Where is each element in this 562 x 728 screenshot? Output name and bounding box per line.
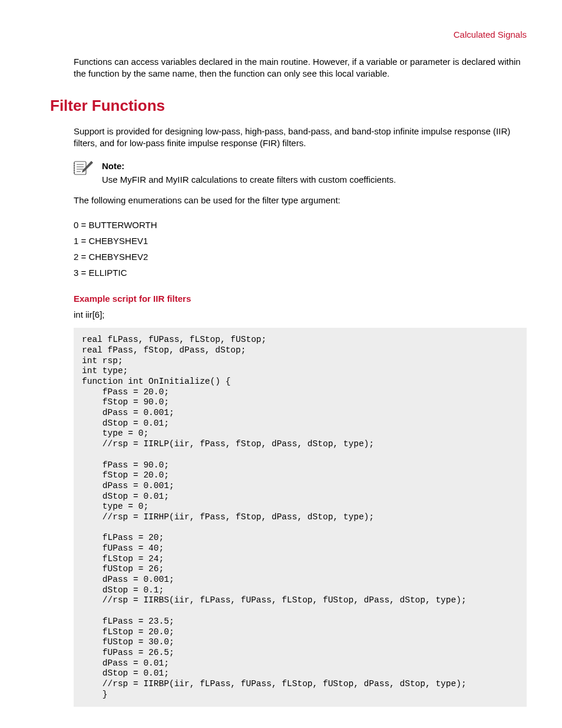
note-block: Note: Use MyFIR and MyIIR calculations t…	[74, 160, 527, 186]
enum-list: 0 = BUTTERWORTH 1 = CHEBYSHEV1 2 = CHEBY…	[74, 217, 527, 281]
page: Calculated Signals Functions can access …	[0, 0, 562, 728]
enum-intro: The following enumerations can be used f…	[74, 195, 527, 206]
intro-paragraph: Functions can access variables declared …	[74, 56, 527, 80]
note-body: Note: Use MyFIR and MyIIR calculations t…	[102, 160, 396, 186]
enum-item: 0 = BUTTERWORTH	[74, 217, 527, 233]
example-declaration: int iir[6];	[74, 309, 527, 319]
code-block: real fLPass, fUPass, fLStop, fUStop; rea…	[74, 328, 527, 707]
example-heading: Example script for IIR filters	[74, 294, 527, 304]
svg-point-7	[74, 167, 75, 169]
note-label: Note:	[102, 161, 124, 171]
svg-point-9	[74, 172, 75, 173]
svg-point-5	[74, 163, 75, 164]
enum-item: 3 = ELLIPTIC	[74, 265, 527, 281]
enum-item: 1 = CHEBYSHEV1	[74, 233, 527, 249]
note-text: Use MyFIR and MyIIR calculations to crea…	[102, 174, 396, 185]
breadcrumb: Calculated Signals	[50, 29, 527, 39]
svg-rect-0	[74, 162, 86, 174]
svg-point-8	[74, 170, 75, 171]
enum-item: 2 = CHEBYSHEV2	[74, 249, 527, 265]
note-icon	[74, 160, 94, 179]
section-title: Filter Functions	[50, 97, 527, 115]
support-paragraph: Support is provided for designing low-pa…	[74, 126, 527, 150]
svg-point-6	[74, 165, 75, 166]
